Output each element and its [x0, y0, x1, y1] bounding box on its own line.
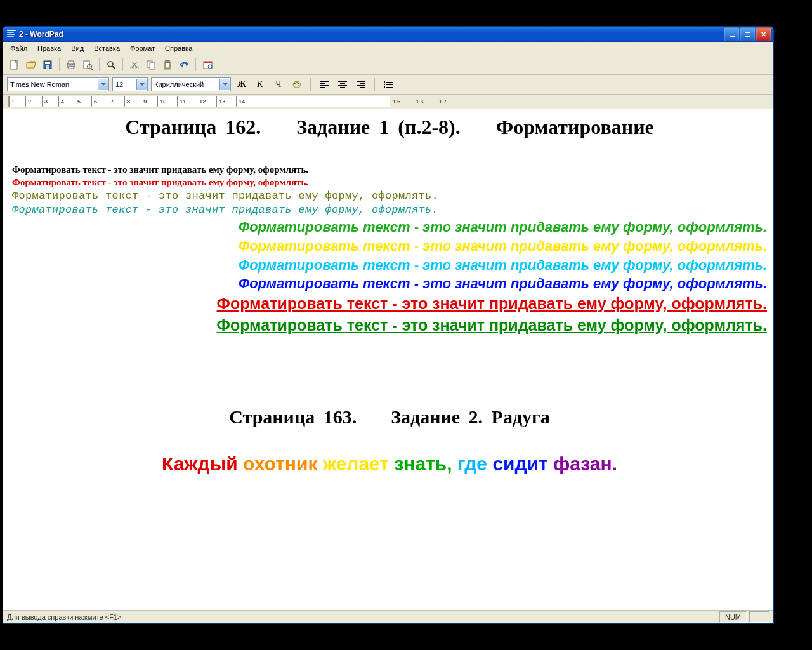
- new-icon[interactable]: [7, 57, 22, 72]
- menu-edit[interactable]: Правка: [33, 43, 65, 53]
- sample-line: Форматировать текст - это значит придава…: [12, 237, 767, 256]
- font-select-value: Times New Roman: [10, 81, 69, 88]
- align-center-button[interactable]: [335, 77, 350, 92]
- ruler[interactable]: 12 34 56 78 910 1112 1314 15 · · 16 · · …: [3, 95, 773, 109]
- script-select[interactable]: Кириллический: [151, 77, 231, 91]
- svg-point-10: [108, 62, 113, 67]
- print-icon[interactable]: [63, 57, 79, 72]
- ruler-tail: 15 · · 16 · · 17 · ·: [390, 98, 459, 105]
- undo-icon[interactable]: [176, 57, 192, 72]
- dropdown-icon: [136, 79, 147, 90]
- svg-rect-3: [46, 65, 49, 69]
- resize-grip-icon[interactable]: [749, 611, 769, 623]
- color-button[interactable]: [289, 77, 304, 92]
- window-title: 2 - WordPad: [19, 30, 721, 39]
- italic-button[interactable]: К: [252, 77, 268, 92]
- maximize-button[interactable]: [740, 27, 755, 41]
- menu-format[interactable]: Формат: [126, 43, 159, 53]
- menubar: Файл Правка Вид Вставка Формат Справка: [3, 42, 773, 55]
- svg-rect-20: [204, 62, 212, 63]
- sample-line: Форматировать текст - это значит придава…: [12, 315, 767, 336]
- heading-1: Страница 162. Задание 1 (п.2-8). Формати…: [12, 116, 767, 139]
- statusbar: Для вывода справки нажмите <F1> NUM: [3, 610, 773, 623]
- svg-line-11: [112, 66, 115, 69]
- ruler-scale: 12 34 56 78 910 1112 1314: [8, 96, 390, 107]
- svg-line-9: [91, 69, 93, 70]
- sample-line: Форматировать текст - это значит придава…: [12, 163, 767, 176]
- menu-file[interactable]: Файл: [6, 43, 32, 53]
- wordpad-icon: [7, 30, 16, 39]
- open-icon[interactable]: [23, 57, 39, 72]
- sample-line: Форматировать текст - это значит придава…: [12, 274, 767, 293]
- wordpad-window: 2 - WordPad Файл Правка Вид Вставка Форм…: [3, 26, 774, 624]
- heading-2: Страница 163. Задание 2. Радуга: [12, 406, 767, 428]
- datetime-icon[interactable]: [200, 57, 215, 72]
- align-right-button[interactable]: [353, 77, 369, 92]
- font-size-select[interactable]: 12: [112, 77, 148, 91]
- sample-line: Форматировать текст - это значит придава…: [12, 189, 767, 204]
- copy-icon[interactable]: [143, 57, 159, 72]
- sample-line: Форматировать текст - это значит придава…: [12, 293, 767, 315]
- minimize-button[interactable]: [724, 27, 739, 41]
- paste-icon[interactable]: [160, 57, 175, 72]
- titlebar[interactable]: 2 - WordPad: [3, 27, 773, 42]
- format-toolbar: Times New Roman 12 Кириллический Ж К Ч: [3, 75, 773, 95]
- print-preview-icon[interactable]: [80, 57, 95, 72]
- svg-rect-17: [166, 63, 169, 68]
- svg-point-21: [208, 65, 212, 69]
- document: Страница 162. Задание 1 (п.2-8). Формати…: [12, 116, 767, 475]
- svg-point-25: [298, 83, 299, 84]
- bullets-button[interactable]: [381, 77, 396, 92]
- close-button[interactable]: [756, 27, 771, 41]
- svg-rect-18: [166, 60, 169, 62]
- svg-point-26: [298, 85, 299, 86]
- sample-line: Форматировать текст - это значит придава…: [12, 176, 767, 189]
- sample-line: Форматировать текст - это значит придава…: [12, 218, 767, 237]
- svg-rect-15: [150, 63, 155, 69]
- dropdown-icon: [98, 79, 108, 90]
- menu-view[interactable]: Вид: [67, 43, 88, 53]
- svg-point-24: [296, 81, 298, 83]
- svg-rect-6: [69, 67, 74, 69]
- cut-icon[interactable]: [127, 57, 142, 72]
- sample-line: Форматировать текст - это значит придава…: [12, 256, 767, 275]
- bold-button[interactable]: Ж: [234, 77, 249, 92]
- script-value: Кириллический: [154, 81, 204, 88]
- document-area[interactable]: Страница 162. Задание 1 (п.2-8). Формати…: [3, 109, 773, 610]
- sample-line: Форматировать текст - это значит придава…: [12, 203, 767, 218]
- find-icon[interactable]: [103, 57, 119, 72]
- font-size-value: 12: [115, 81, 123, 88]
- save-icon[interactable]: [40, 57, 55, 72]
- menu-insert[interactable]: Вставка: [89, 43, 124, 53]
- svg-point-23: [294, 83, 296, 84]
- status-hint: Для вывода справки нажмите <F1>: [7, 613, 121, 621]
- dropdown-icon: [219, 79, 230, 90]
- status-num: NUM: [719, 611, 747, 623]
- menu-help[interactable]: Справка: [160, 43, 197, 53]
- align-left-button[interactable]: [317, 77, 332, 92]
- standard-toolbar: [3, 55, 773, 75]
- svg-rect-5: [69, 61, 74, 64]
- font-select[interactable]: Times New Roman: [7, 77, 109, 91]
- svg-rect-2: [45, 62, 50, 64]
- rainbow-sentence: Каждый охотник желает знать, где сидит ф…: [12, 453, 767, 475]
- underline-button[interactable]: Ч: [271, 77, 286, 92]
